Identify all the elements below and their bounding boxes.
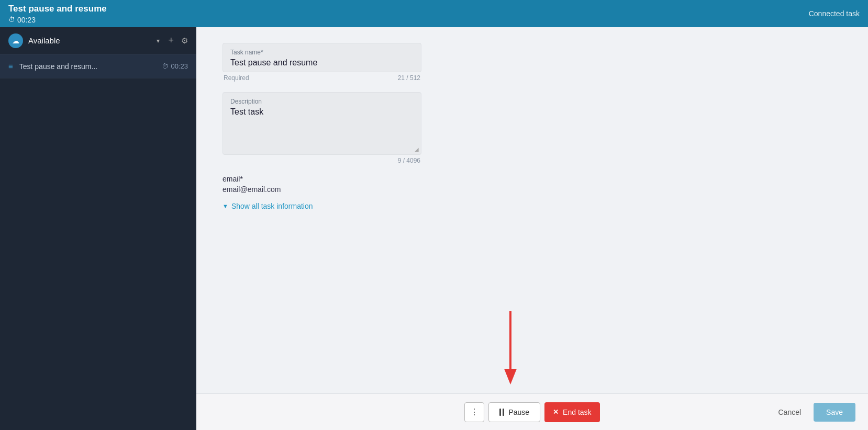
more-icon: ⋮ bbox=[470, 407, 478, 417]
task-name-value: Test pause and resume bbox=[230, 58, 414, 67]
sidebar-task-name: Test pause and resum... bbox=[19, 62, 162, 71]
sidebar-task-timer: ⏱ 00:23 bbox=[162, 62, 188, 70]
sidebar-task-item[interactable]: ≡ Test pause and resum... ⏱ 00:23 bbox=[0, 54, 196, 78]
cloud-icon: ☁ bbox=[8, 33, 23, 48]
bottom-action-bar: ⋮ Pause ✕ End task Cancel Save bbox=[196, 393, 868, 430]
connected-task-label: Connected task bbox=[809, 9, 860, 18]
description-meta: 9 / 4096 bbox=[222, 157, 421, 164]
content-area: Task name* Test pause and resume Require… bbox=[196, 27, 868, 430]
description-count: 9 / 4096 bbox=[398, 157, 420, 164]
end-task-label: End task bbox=[563, 408, 591, 416]
email-value: email@email.com bbox=[222, 185, 842, 194]
end-task-button[interactable]: ✕ End task bbox=[544, 402, 599, 422]
description-label: Description bbox=[230, 98, 414, 105]
pause-label: Pause bbox=[508, 408, 529, 416]
description-box[interactable]: Description Test task ◢ bbox=[222, 92, 421, 155]
pause-icon bbox=[499, 409, 504, 416]
more-options-button[interactable]: ⋮ bbox=[464, 402, 484, 422]
header-title: Test pause and resume bbox=[8, 4, 107, 14]
cancel-button[interactable]: Cancel bbox=[772, 404, 807, 421]
pause-button[interactable]: Pause bbox=[488, 402, 540, 422]
bottom-bar-center: ⋮ Pause ✕ End task bbox=[464, 402, 599, 422]
sidebar: ☁ Available ▾ + ⚙ ≡ Test pause and resum… bbox=[0, 27, 196, 430]
task-name-required: Required bbox=[224, 74, 249, 82]
settings-icon[interactable]: ⚙ bbox=[181, 36, 188, 46]
task-name-meta: Required 21 / 512 bbox=[222, 74, 421, 82]
timer-icon: ⏱ bbox=[8, 16, 15, 24]
sidebar-header: ☁ Available ▾ + ⚙ bbox=[0, 27, 196, 54]
show-all-label: Show all task information bbox=[231, 202, 313, 210]
email-section: email* email@email.com bbox=[222, 175, 842, 194]
description-field: Description Test task ◢ 9 / 4096 bbox=[222, 92, 842, 164]
description-value: Test task bbox=[230, 107, 414, 117]
sidebar-status: Available bbox=[28, 36, 157, 45]
task-timer-value: 00:23 bbox=[171, 62, 188, 70]
task-name-box[interactable]: Task name* Test pause and resume bbox=[222, 43, 421, 72]
show-all-task-info-link[interactable]: ▼ Show all task information bbox=[222, 202, 842, 210]
header-timer-value: 00:23 bbox=[17, 16, 36, 24]
task-name-count: 21 / 512 bbox=[398, 74, 420, 82]
add-task-button[interactable]: + bbox=[168, 35, 174, 46]
chevron-down-icon[interactable]: ▾ bbox=[157, 37, 160, 44]
task-document-icon: ≡ bbox=[8, 62, 13, 71]
content-scroll: Task name* Test pause and resume Require… bbox=[196, 27, 868, 393]
email-label: email* bbox=[222, 175, 842, 183]
header-left: Test pause and resume ⏱ 00:23 bbox=[8, 4, 107, 24]
top-header: Test pause and resume ⏱ 00:23 Connected … bbox=[0, 0, 868, 27]
save-button[interactable]: Save bbox=[814, 403, 855, 422]
task-timer-icon: ⏱ bbox=[162, 62, 169, 70]
task-name-field: Task name* Test pause and resume Require… bbox=[222, 43, 842, 82]
end-task-x-icon: ✕ bbox=[553, 408, 559, 416]
resize-handle-icon: ◢ bbox=[415, 146, 419, 152]
chevron-down-icon: ▼ bbox=[222, 203, 228, 209]
task-name-label: Task name* bbox=[230, 49, 414, 56]
header-timer: ⏱ 00:23 bbox=[8, 16, 107, 24]
main-layout: ☁ Available ▾ + ⚙ ≡ Test pause and resum… bbox=[0, 27, 868, 430]
bottom-bar-right: Cancel Save bbox=[600, 403, 855, 422]
